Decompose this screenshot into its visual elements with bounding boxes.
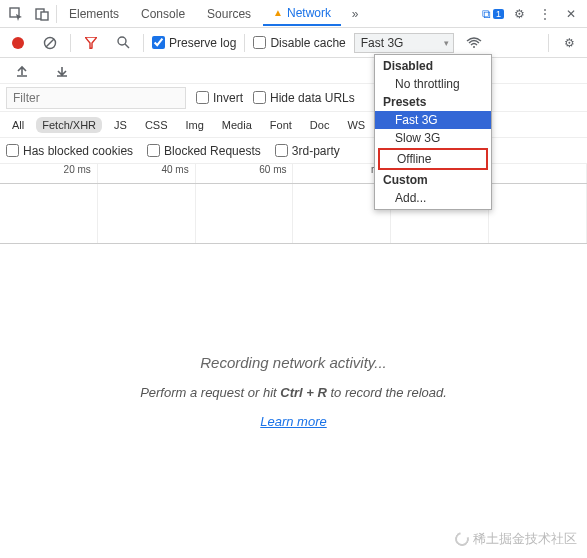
time-tick: 60 ms [196, 164, 294, 183]
type-fetch-xhr[interactable]: Fetch/XHR [36, 117, 102, 133]
tab-network[interactable]: ▲Network [263, 2, 341, 26]
filter-input[interactable] [6, 87, 186, 109]
dd-add[interactable]: Add... [375, 189, 491, 207]
kebab-menu-icon[interactable]: ⋮ [533, 2, 557, 26]
network-settings-icon[interactable]: ⚙ [557, 31, 581, 55]
dd-header-disabled: Disabled [375, 57, 491, 75]
tab-network-label: Network [287, 6, 331, 20]
watermark-icon [452, 529, 471, 548]
time-tick: 40 ms [98, 164, 196, 183]
learn-more-link[interactable]: Learn more [260, 414, 326, 429]
empty-state: Recording network activity... Perform a … [0, 244, 587, 429]
svg-point-5 [118, 37, 126, 45]
filter-icon[interactable] [79, 31, 103, 55]
has-blocked-cookies-checkbox[interactable]: Has blocked cookies [6, 144, 133, 158]
type-css[interactable]: CSS [139, 117, 174, 133]
has-blocked-cookies-label: Has blocked cookies [23, 144, 133, 158]
wifi-icon[interactable] [462, 31, 486, 55]
record-button[interactable] [6, 31, 30, 55]
separator [56, 5, 57, 23]
empty-subtitle: Perform a request or hit Ctrl + R to rec… [0, 385, 587, 400]
hide-data-urls-checkbox[interactable]: Hide data URLs [253, 91, 355, 105]
type-ws[interactable]: WS [341, 117, 371, 133]
invert-checkbox[interactable]: Invert [196, 91, 243, 105]
download-icon[interactable] [50, 59, 74, 83]
type-all[interactable]: All [6, 117, 30, 133]
device-toggle-icon[interactable] [30, 2, 54, 26]
separator [70, 34, 71, 52]
third-party-label: 3rd-party [292, 144, 340, 158]
disable-cache-checkbox[interactable]: Disable cache [253, 36, 345, 50]
type-media[interactable]: Media [216, 117, 258, 133]
upload-icon[interactable] [10, 59, 34, 83]
type-doc[interactable]: Doc [304, 117, 336, 133]
svg-line-4 [46, 39, 54, 47]
preserve-log-checkbox[interactable]: Preserve log [152, 36, 236, 50]
separator [548, 34, 549, 52]
timeline-body[interactable] [0, 184, 587, 244]
blocked-requests-checkbox[interactable]: Blocked Requests [147, 144, 261, 158]
preserve-log-label: Preserve log [169, 36, 236, 50]
dd-offline[interactable]: Offline [378, 148, 488, 170]
hide-data-urls-label: Hide data URLs [270, 91, 355, 105]
watermark: 稀土掘金技术社区 [455, 530, 577, 548]
tab-elements[interactable]: Elements [59, 3, 129, 25]
third-party-checkbox[interactable]: 3rd-party [275, 144, 340, 158]
watermark-text: 稀土掘金技术社区 [473, 530, 577, 548]
time-tick [489, 164, 587, 183]
throttling-dropdown: Disabled No throttling Presets Fast 3G S… [374, 54, 492, 210]
tab-sources[interactable]: Sources [197, 3, 261, 25]
tab-console[interactable]: Console [131, 3, 195, 25]
request-options-row: Has blocked cookies Blocked Requests 3rd… [0, 138, 587, 164]
throttling-select[interactable]: Fast 3G [354, 33, 454, 53]
inspect-icon[interactable] [4, 2, 28, 26]
dd-header-custom: Custom [375, 171, 491, 189]
type-js[interactable]: JS [108, 117, 133, 133]
blocked-requests-label: Blocked Requests [164, 144, 261, 158]
invert-label: Invert [213, 91, 243, 105]
type-img[interactable]: Img [180, 117, 210, 133]
clear-icon[interactable] [38, 31, 62, 55]
type-font[interactable]: Font [264, 117, 298, 133]
time-tick: 20 ms [0, 164, 98, 183]
separator [143, 34, 144, 52]
timeline-header: 20 ms 40 ms 60 ms ms 100 ms [0, 164, 587, 184]
resource-type-row: All Fetch/XHR JS CSS Img Media Font Doc … [0, 112, 587, 138]
dd-fast-3g[interactable]: Fast 3G [375, 111, 491, 129]
settings-icon[interactable]: ⚙ [507, 2, 531, 26]
throttling-selected-label: Fast 3G [361, 36, 404, 50]
close-icon[interactable]: ✕ [559, 2, 583, 26]
separator [244, 34, 245, 52]
dd-no-throttling[interactable]: No throttling [375, 75, 491, 93]
issues-icon[interactable]: ⧉1 [481, 2, 505, 26]
filter-row: Invert Hide data URLs [0, 84, 587, 112]
dd-slow-3g[interactable]: Slow 3G [375, 129, 491, 147]
more-tabs-icon[interactable]: » [343, 2, 367, 26]
svg-line-6 [125, 44, 129, 48]
har-row [0, 58, 587, 84]
warning-icon: ▲ [273, 7, 283, 18]
dd-header-presets: Presets [375, 93, 491, 111]
svg-point-7 [473, 46, 475, 48]
disable-cache-label: Disable cache [270, 36, 345, 50]
issues-badge: 1 [493, 9, 504, 19]
svg-rect-2 [41, 12, 48, 20]
search-icon[interactable] [111, 31, 135, 55]
devtools-tabbar: Elements Console Sources ▲Network » ⧉1 ⚙… [0, 0, 587, 28]
network-controls-row: Preserve log Disable cache Fast 3G ⚙ [0, 28, 587, 58]
empty-title: Recording network activity... [0, 354, 587, 371]
